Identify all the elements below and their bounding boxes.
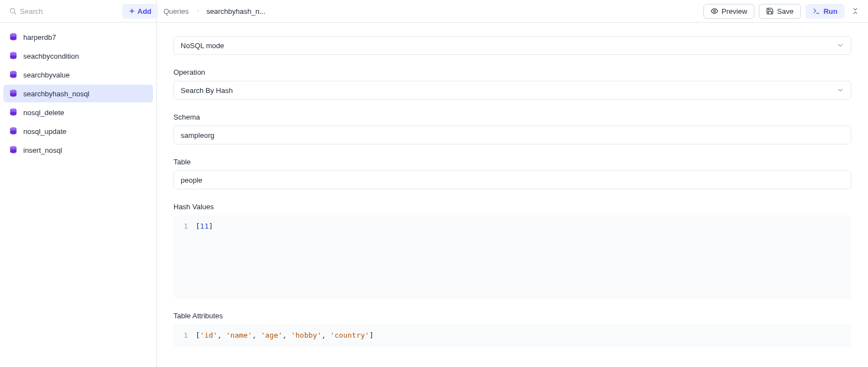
sidebar-item[interactable]: nosql_update	[3, 122, 153, 140]
table-field: Table	[173, 158, 851, 189]
chevron-right-icon	[195, 8, 201, 14]
code-line: 1 ['id', 'name', 'age', 'hobby', 'countr…	[173, 330, 851, 342]
hash-values-field: Hash Values 1 [11]	[173, 203, 851, 298]
svg-point-0	[10, 8, 14, 13]
sidebar-item-label: harperdb7	[23, 33, 56, 42]
search-icon	[9, 7, 17, 15]
topbar-actions: Preview Save Run	[703, 4, 861, 19]
eye-icon	[711, 7, 718, 15]
chevron-down-icon	[836, 86, 844, 94]
add-button[interactable]: Add	[122, 4, 158, 19]
save-label: Save	[777, 7, 794, 15]
search-wrapper[interactable]	[4, 5, 118, 18]
operation-field: Operation Search By Hash	[173, 68, 851, 100]
table-label: Table	[173, 158, 851, 166]
line-number: 1	[173, 221, 196, 232]
sidebar-item[interactable]: harperdb7	[3, 28, 153, 46]
database-icon	[9, 70, 18, 79]
save-button[interactable]: Save	[759, 4, 801, 19]
code-content[interactable]: [11]	[196, 221, 851, 232]
preview-button[interactable]: Preview	[703, 4, 754, 19]
schema-label: Schema	[173, 113, 851, 121]
sidebar-item[interactable]: searchbyvalue	[3, 66, 153, 84]
collapse-icon	[851, 7, 859, 15]
hash-values-editor[interactable]: 1 [11]	[173, 215, 851, 298]
main: Queries searchbyhash_n... Preview Save R…	[157, 0, 868, 367]
code-content[interactable]: ['id', 'name', 'age', 'hobby', 'country'…	[196, 330, 851, 342]
content: NoSQL mode Operation Search By Hash Sche…	[157, 23, 868, 367]
add-button-label: Add	[137, 7, 151, 15]
breadcrumb-current: searchbyhash_n...	[207, 7, 265, 15]
sidebar-item[interactable]: seachbycondition	[3, 47, 153, 65]
run-label: Run	[824, 7, 838, 15]
sidebar-item-label: insert_nosql	[23, 146, 62, 154]
preview-label: Preview	[722, 7, 747, 15]
table-attributes-field: Table Attributes 1 ['id', 'name', 'age',…	[173, 312, 851, 347]
sidebar-item-label: searchbyvalue	[23, 71, 70, 79]
sidebar-item-label: seachbycondition	[23, 52, 79, 60]
sidebar-header: Add	[0, 0, 156, 23]
sidebar-item-label: searchbyhash_nosql	[23, 90, 89, 98]
schema-input[interactable]	[173, 126, 851, 144]
topbar: Queries searchbyhash_n... Preview Save R…	[157, 0, 868, 23]
sidebar: Add harperdb7seachbyconditionsearchbyval…	[0, 0, 157, 367]
breadcrumb-root[interactable]: Queries	[164, 7, 189, 15]
svg-point-8	[713, 10, 716, 12]
search-input[interactable]	[20, 7, 113, 15]
table-attributes-editor[interactable]: 1 ['id', 'name', 'age', 'hobby', 'countr…	[173, 324, 851, 347]
sidebar-item[interactable]: insert_nosql	[3, 141, 153, 159]
collapse-button[interactable]	[849, 5, 861, 17]
database-icon	[9, 146, 18, 154]
schema-field: Schema	[173, 113, 851, 144]
save-icon	[766, 7, 774, 15]
terminal-icon	[813, 7, 820, 15]
database-icon	[9, 51, 18, 60]
operation-select[interactable]: Search By Hash	[173, 81, 851, 100]
sidebar-item[interactable]: searchbyhash_nosql	[3, 85, 153, 102]
operation-value: Search By Hash	[181, 86, 233, 95]
breadcrumb: Queries searchbyhash_n...	[164, 7, 265, 15]
database-icon	[9, 108, 18, 117]
table-input[interactable]	[173, 170, 851, 189]
chevron-down-icon	[836, 42, 844, 49]
mode-field: NoSQL mode	[173, 36, 851, 55]
sidebar-list: harperdb7seachbyconditionsearchbyvaluese…	[0, 23, 156, 166]
run-button[interactable]: Run	[805, 4, 845, 19]
sidebar-item-label: nosql_delete	[23, 108, 64, 117]
plus-icon	[129, 8, 135, 14]
sidebar-item-label: nosql_update	[23, 127, 67, 136]
line-number: 1	[173, 330, 196, 342]
sidebar-item[interactable]: nosql_delete	[3, 104, 153, 121]
code-line: 1 [11]	[173, 221, 851, 232]
operation-label: Operation	[173, 68, 851, 76]
database-icon	[9, 33, 18, 42]
table-attributes-label: Table Attributes	[173, 312, 851, 320]
mode-select[interactable]: NoSQL mode	[173, 36, 851, 55]
database-icon	[9, 127, 18, 136]
mode-value: NoSQL mode	[181, 42, 224, 50]
database-icon	[9, 89, 18, 98]
hash-values-label: Hash Values	[173, 203, 851, 211]
